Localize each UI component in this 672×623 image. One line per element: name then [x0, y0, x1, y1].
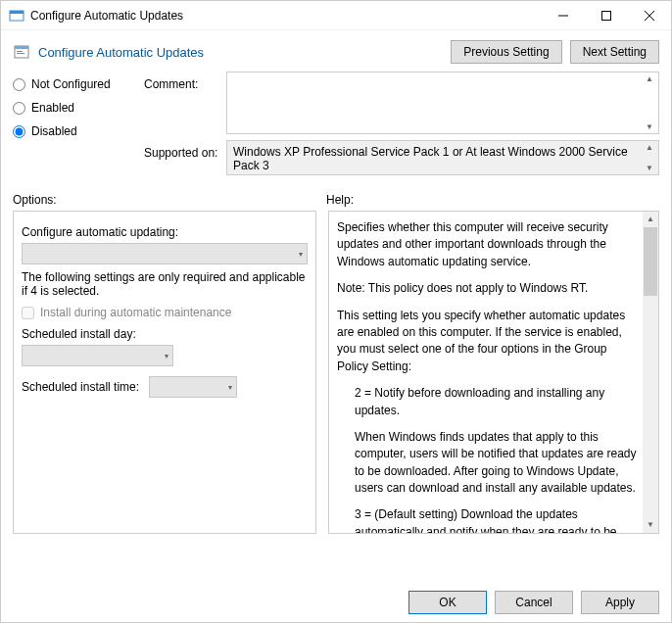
titlebar: Configure Automatic Updates [1, 1, 671, 30]
previous-setting-button[interactable]: Previous Setting [451, 40, 561, 64]
help-text: Specifies whether this computer will rec… [337, 219, 639, 270]
install-time-select: ▾ [149, 376, 237, 398]
maximize-button[interactable] [585, 1, 628, 30]
minimize-button[interactable] [542, 1, 585, 30]
svg-rect-7 [15, 46, 28, 49]
install-time-label: Scheduled install time: [22, 380, 139, 394]
policy-icon [13, 43, 30, 61]
cancel-button[interactable]: Cancel [495, 591, 573, 614]
help-panel: Specifies whether this computer will rec… [328, 211, 659, 534]
chevron-down-icon: ▼ [646, 122, 653, 131]
radio-disabled[interactable]: Disabled [13, 124, 140, 138]
radio-label: Not Configured [31, 77, 111, 91]
supported-on-text: Windows XP Professional Service Pack 1 o… [233, 145, 628, 172]
chevron-down-icon: ▾ [299, 250, 303, 259]
chevron-down-icon: ▼ [647, 519, 654, 531]
chevron-up-icon: ▲ [646, 143, 653, 152]
radio-not-configured[interactable]: Not Configured [13, 77, 140, 91]
help-text: 3 = (Default setting) Download the updat… [337, 506, 639, 534]
window-icon [9, 8, 24, 24]
checkbox-label: Install during automatic maintenance [40, 306, 231, 319]
state-radio-group: Not Configured Enabled Disabled [13, 72, 140, 138]
configure-updating-select: ▾ [22, 243, 308, 264]
install-day-select: ▾ [22, 345, 173, 366]
radio-label: Disabled [31, 124, 77, 138]
help-text: When Windows finds updates that apply to… [337, 429, 639, 498]
help-text: 2 = Notify before downloading and instal… [337, 385, 639, 419]
help-text: This setting lets you specify whether au… [337, 308, 639, 376]
policy-title: Configure Automatic Updates [38, 45, 443, 60]
options-note: The following settings are only required… [22, 270, 308, 298]
scrollbar-thumb[interactable] [644, 227, 657, 296]
svg-rect-1 [10, 11, 24, 14]
next-setting-button[interactable]: Next Setting [570, 40, 659, 64]
options-panel: Configure automatic updating: ▾ The foll… [13, 211, 316, 534]
chevron-down-icon: ▾ [228, 383, 232, 392]
radio-label: Enabled [31, 101, 74, 115]
svg-rect-3 [602, 11, 611, 20]
help-label: Help: [326, 193, 354, 207]
options-label: Options: [13, 193, 326, 207]
scrollbar[interactable]: ▲ ▼ [643, 212, 658, 533]
svg-rect-8 [17, 51, 23, 52]
configure-updating-label: Configure automatic updating: [22, 225, 308, 239]
window-title: Configure Automatic Updates [30, 9, 542, 23]
scrollbar[interactable]: ▲▼ [643, 143, 656, 172]
close-button[interactable] [628, 1, 671, 30]
supported-on-label: Supported on: [144, 140, 222, 160]
header-row: Configure Automatic Updates Previous Set… [1, 30, 671, 68]
comment-textarea[interactable]: ▲▼ [226, 72, 659, 134]
comment-label: Comment: [144, 72, 222, 91]
supported-on-box: Windows XP Professional Service Pack 1 o… [226, 140, 659, 175]
chevron-down-icon: ▼ [646, 164, 653, 172]
apply-button[interactable]: Apply [581, 591, 659, 614]
chevron-up-icon: ▲ [647, 214, 654, 225]
scrollbar[interactable]: ▲▼ [643, 74, 656, 131]
checkbox-icon [22, 307, 34, 319]
chevron-down-icon: ▾ [165, 352, 168, 360]
dialog-footer: OK Cancel Apply [408, 591, 659, 614]
chevron-up-icon: ▲ [646, 74, 653, 83]
install-maintenance-checkbox: Install during automatic maintenance [22, 306, 308, 319]
ok-button[interactable]: OK [408, 591, 487, 614]
radio-enabled[interactable]: Enabled [13, 101, 140, 115]
svg-rect-9 [17, 53, 24, 54]
install-day-label: Scheduled install day: [22, 327, 308, 341]
help-text: Note: This policy does not apply to Wind… [337, 280, 639, 297]
